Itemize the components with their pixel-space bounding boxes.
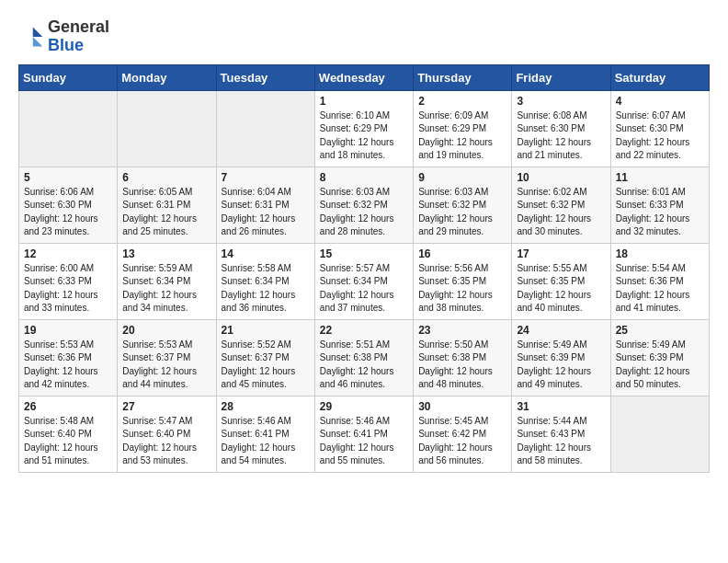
calendar-cell: 10Sunrise: 6:02 AM Sunset: 6:32 PM Dayli… [512,167,610,243]
calendar-cell: 2Sunrise: 6:09 AM Sunset: 6:29 PM Daylig… [414,90,512,167]
day-number: 19 [24,324,112,337]
day-details: Sunrise: 5:48 AM Sunset: 6:40 PM Dayligh… [24,415,112,468]
logo: General Blue [18,18,109,55]
calendar-cell: 9Sunrise: 6:03 AM Sunset: 6:32 PM Daylig… [414,167,512,243]
calendar-cell: 14Sunrise: 5:58 AM Sunset: 6:34 PM Dayli… [216,243,314,319]
day-details: Sunrise: 6:03 AM Sunset: 6:32 PM Dayligh… [418,186,506,239]
day-details: Sunrise: 6:04 AM Sunset: 6:31 PM Dayligh… [222,186,310,239]
day-number: 11 [616,171,704,184]
calendar-table: SundayMondayTuesdayWednesdayThursdayFrid… [18,64,710,473]
day-details: Sunrise: 5:49 AM Sunset: 6:39 PM Dayligh… [616,339,704,392]
day-number: 16 [418,247,506,260]
calendar-cell: 15Sunrise: 5:57 AM Sunset: 6:34 PM Dayli… [314,243,413,319]
weekday-header-sunday: Sunday [19,64,118,90]
day-details: Sunrise: 6:03 AM Sunset: 6:32 PM Dayligh… [320,186,408,239]
day-number: 4 [616,95,704,108]
logo-icon [18,24,44,50]
day-number: 23 [418,324,506,337]
calendar-cell: 5Sunrise: 6:06 AM Sunset: 6:30 PM Daylig… [19,167,118,243]
calendar-week-2: 5Sunrise: 6:06 AM Sunset: 6:30 PM Daylig… [19,167,710,243]
logo-general: General [48,17,109,36]
day-number: 7 [222,171,310,184]
day-details: Sunrise: 5:56 AM Sunset: 6:35 PM Dayligh… [418,262,506,316]
day-details: Sunrise: 5:44 AM Sunset: 6:43 PM Dayligh… [517,415,605,468]
day-number: 14 [222,247,310,260]
calendar-cell: 22Sunrise: 5:51 AM Sunset: 6:38 PM Dayli… [314,319,413,396]
day-details: Sunrise: 5:54 AM Sunset: 6:36 PM Dayligh… [616,262,704,316]
logo-text: General Blue [48,18,109,55]
weekday-header-friday: Friday [512,64,610,90]
day-details: Sunrise: 6:09 AM Sunset: 6:29 PM Dayligh… [418,109,506,163]
calendar-week-1: 1Sunrise: 6:10 AM Sunset: 6:29 PM Daylig… [19,90,710,167]
day-number: 31 [517,400,605,413]
day-details: Sunrise: 5:58 AM Sunset: 6:34 PM Dayligh… [222,262,310,316]
day-number: 17 [517,247,605,260]
day-number: 26 [24,400,112,413]
day-number: 10 [517,171,605,184]
day-number: 3 [517,95,605,108]
day-number: 22 [320,324,408,337]
day-number: 13 [122,247,210,260]
day-details: Sunrise: 6:01 AM Sunset: 6:33 PM Dayligh… [616,186,704,239]
day-number: 18 [616,247,704,260]
logo-blue: Blue [48,36,84,54]
calendar-cell: 23Sunrise: 5:50 AM Sunset: 6:38 PM Dayli… [414,319,512,396]
day-number: 1 [320,95,408,108]
calendar-cell: 29Sunrise: 5:46 AM Sunset: 6:41 PM Dayli… [314,396,413,472]
calendar-cell [118,90,216,167]
svg-marker-1 [33,37,43,47]
day-number: 15 [320,247,408,260]
day-details: Sunrise: 5:55 AM Sunset: 6:35 PM Dayligh… [517,262,605,316]
day-number: 9 [418,171,506,184]
page: General Blue SundayMondayTuesdayWednesda… [0,0,728,491]
svg-marker-2 [20,27,33,46]
svg-marker-0 [33,27,43,37]
day-number: 8 [320,171,408,184]
calendar-cell: 12Sunrise: 6:00 AM Sunset: 6:33 PM Dayli… [19,243,118,319]
calendar-cell: 17Sunrise: 5:55 AM Sunset: 6:35 PM Dayli… [512,243,610,319]
day-number: 20 [122,324,210,337]
day-details: Sunrise: 5:46 AM Sunset: 6:41 PM Dayligh… [222,415,310,468]
calendar-cell: 20Sunrise: 5:53 AM Sunset: 6:37 PM Dayli… [118,319,216,396]
calendar-cell: 1Sunrise: 6:10 AM Sunset: 6:29 PM Daylig… [314,90,413,167]
day-number: 27 [122,400,210,413]
calendar-cell: 11Sunrise: 6:01 AM Sunset: 6:33 PM Dayli… [610,167,709,243]
calendar-cell: 13Sunrise: 5:59 AM Sunset: 6:34 PM Dayli… [118,243,216,319]
weekday-header-tuesday: Tuesday [216,64,314,90]
calendar-cell: 24Sunrise: 5:49 AM Sunset: 6:39 PM Dayli… [512,319,610,396]
day-details: Sunrise: 6:08 AM Sunset: 6:30 PM Dayligh… [517,109,605,163]
day-details: Sunrise: 6:02 AM Sunset: 6:32 PM Dayligh… [517,186,605,239]
calendar-cell: 8Sunrise: 6:03 AM Sunset: 6:32 PM Daylig… [314,167,413,243]
day-number: 24 [517,324,605,337]
calendar-week-5: 26Sunrise: 5:48 AM Sunset: 6:40 PM Dayli… [19,396,710,472]
weekday-header-wednesday: Wednesday [314,64,413,90]
calendar-week-4: 19Sunrise: 5:53 AM Sunset: 6:36 PM Dayli… [19,319,710,396]
header: General Blue [18,18,710,55]
day-details: Sunrise: 5:53 AM Sunset: 6:36 PM Dayligh… [24,339,112,392]
calendar-cell: 21Sunrise: 5:52 AM Sunset: 6:37 PM Dayli… [216,319,314,396]
day-number: 12 [24,247,112,260]
calendar-cell: 27Sunrise: 5:47 AM Sunset: 6:40 PM Dayli… [118,396,216,472]
day-details: Sunrise: 5:57 AM Sunset: 6:34 PM Dayligh… [320,262,408,316]
weekday-header-saturday: Saturday [610,64,709,90]
day-details: Sunrise: 6:06 AM Sunset: 6:30 PM Dayligh… [24,186,112,239]
day-number: 30 [418,400,506,413]
calendar-cell: 16Sunrise: 5:56 AM Sunset: 6:35 PM Dayli… [414,243,512,319]
day-number: 5 [24,171,112,184]
day-details: Sunrise: 5:53 AM Sunset: 6:37 PM Dayligh… [122,339,210,392]
day-details: Sunrise: 5:46 AM Sunset: 6:41 PM Dayligh… [320,415,408,468]
calendar-cell: 7Sunrise: 6:04 AM Sunset: 6:31 PM Daylig… [216,167,314,243]
calendar-cell [610,396,709,472]
calendar-cell: 6Sunrise: 6:05 AM Sunset: 6:31 PM Daylig… [118,167,216,243]
day-details: Sunrise: 6:10 AM Sunset: 6:29 PM Dayligh… [320,109,408,163]
calendar-cell: 26Sunrise: 5:48 AM Sunset: 6:40 PM Dayli… [19,396,118,472]
day-number: 2 [418,95,506,108]
calendar-cell [216,90,314,167]
day-details: Sunrise: 6:00 AM Sunset: 6:33 PM Dayligh… [24,262,112,316]
weekday-header-monday: Monday [118,64,216,90]
day-details: Sunrise: 6:07 AM Sunset: 6:30 PM Dayligh… [616,109,704,163]
day-details: Sunrise: 5:59 AM Sunset: 6:34 PM Dayligh… [122,262,210,316]
day-details: Sunrise: 5:49 AM Sunset: 6:39 PM Dayligh… [517,339,605,392]
calendar-cell: 30Sunrise: 5:45 AM Sunset: 6:42 PM Dayli… [414,396,512,472]
calendar-week-3: 12Sunrise: 6:00 AM Sunset: 6:33 PM Dayli… [19,243,710,319]
